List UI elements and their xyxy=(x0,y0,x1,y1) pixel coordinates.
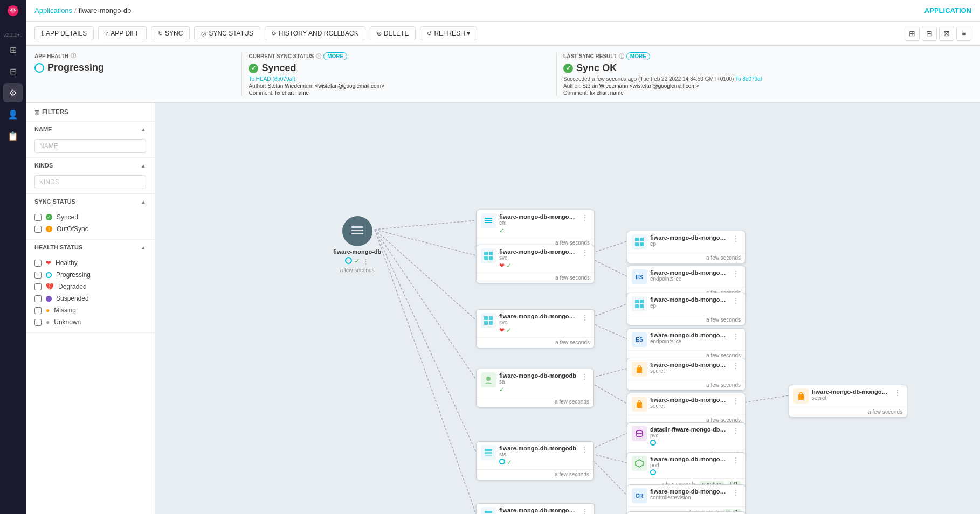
health-filter-suspended: Suspended xyxy=(34,293,146,304)
history-icon: ⟳ xyxy=(272,30,277,37)
view-hierarchy-button[interactable]: ⊞ xyxy=(905,26,920,41)
name-filter-input[interactable] xyxy=(34,139,146,153)
node-name-n17: fiware-mongo-db-mongodb-do... xyxy=(812,388,889,395)
node-card-n1-header: fiware-mongo-db-mongodb-scr... cm ✓ ⋮ xyxy=(477,210,594,238)
sync-status-filter-label: SYNC STATUS xyxy=(34,198,75,205)
nav-icon-network[interactable]: ⊟ xyxy=(3,61,23,81)
last-sync-value: ✓ Sync OK xyxy=(563,62,965,74)
kinds-filter-input[interactable] xyxy=(34,175,146,189)
node-menu-n7[interactable]: ⋮ xyxy=(731,234,741,243)
synced-dot: ✓ xyxy=(46,214,52,220)
node-name-n6: fiware-mongo-db-mongodb-arb... xyxy=(499,507,577,513)
view-grid-button[interactable]: ⊟ xyxy=(922,26,937,41)
sync-status-filter-header[interactable]: SYNC STATUS ▲ xyxy=(26,194,155,209)
node-icon-n17 xyxy=(793,388,809,404)
svg-line-8 xyxy=(375,220,476,230)
node-type-n5: sts xyxy=(499,452,576,457)
svg-line-9 xyxy=(375,230,476,255)
svg-rect-28 xyxy=(485,218,492,219)
node-menu-n15[interactable]: ⋮ xyxy=(731,488,741,497)
node-menu-n5[interactable]: ⋮ xyxy=(579,445,589,454)
breadcrumb-parent[interactable]: Applications xyxy=(34,6,72,15)
node-menu-n14[interactable]: ⋮ xyxy=(731,456,741,464)
sync-status-dot: ✓ xyxy=(249,64,258,73)
name-filter-section: NAME ▲ xyxy=(26,122,155,158)
sync-filter-synced-checkbox[interactable] xyxy=(34,214,42,221)
node-info-n17: fiware-mongo-db-mongodb-do... secret xyxy=(812,388,889,401)
svg-rect-38 xyxy=(489,321,493,325)
last-sync-to: To 8b079af xyxy=(735,76,762,82)
last-sync-more-button[interactable]: MORE xyxy=(626,52,650,60)
health-filter-progressing-checkbox[interactable] xyxy=(34,272,42,279)
health-filter-suspended-checkbox[interactable] xyxy=(34,295,42,302)
health-filter-healthy-label: Healthy xyxy=(56,259,78,267)
nav-icon-user[interactable]: 👤 xyxy=(3,105,23,124)
health-filter-healthy-checkbox[interactable] xyxy=(34,260,42,267)
health-status-filter-header[interactable]: HEALTH STATUS ▲ xyxy=(26,240,155,255)
outofsync-dot: ! xyxy=(46,226,52,232)
node-info-n1: fiware-mongo-db-mongodb-scr... cm ✓ xyxy=(499,213,577,234)
node-n1-status1: ✓ xyxy=(499,227,505,234)
health-filter-missing-checkbox[interactable] xyxy=(34,307,42,314)
node-card-n11: fiware-mongo-db-mongodb-tok... secret ⋮ … xyxy=(627,358,746,391)
view-list-button[interactable]: ≡ xyxy=(956,26,971,41)
node-info-n3: fiware-mongo-db-mongodb-he... svc ❤ ✓ xyxy=(499,313,577,334)
health-filter-unknown-checkbox[interactable] xyxy=(34,319,42,326)
health-filter-degraded-checkbox[interactable] xyxy=(34,283,42,290)
node-name-n10: fiware-mongo-db-mongodb-he... xyxy=(650,332,728,338)
svg-rect-37 xyxy=(484,321,488,325)
root-menu-icon[interactable]: ⋮ xyxy=(362,257,369,265)
node-menu-n8[interactable]: ⋮ xyxy=(731,269,741,278)
node-menu-n3[interactable]: ⋮ xyxy=(580,313,590,322)
node-n5-status2: ✓ xyxy=(507,459,512,466)
kinds-filter-header[interactable]: KINDS ▲ xyxy=(26,158,155,173)
node-icon-n12 xyxy=(632,397,647,412)
node-menu-n1[interactable]: ⋮ xyxy=(580,213,590,222)
node-statuses-n2: ❤ ✓ xyxy=(499,262,577,269)
svg-rect-27 xyxy=(351,233,363,234)
node-menu-n13[interactable]: ⋮ xyxy=(731,426,741,435)
node-menu-n6[interactable]: ⋮ xyxy=(580,507,590,514)
nav-icon-apps[interactable]: ⊞ xyxy=(3,40,23,59)
node-type-n14: pod xyxy=(650,462,728,468)
node-icon-n6 xyxy=(481,507,496,514)
node-icon-n5 xyxy=(481,445,496,460)
node-menu-n11[interactable]: ⋮ xyxy=(731,362,741,370)
sync-status-more-button[interactable]: MORE xyxy=(323,52,347,60)
svg-point-54 xyxy=(636,430,643,434)
nav-icon-docs[interactable]: 📋 xyxy=(3,126,23,145)
top-bar: Applications / fiware-mongo-db APPLICATI… xyxy=(26,0,980,22)
name-filter-header[interactable]: NAME ▲ xyxy=(26,122,155,137)
node-type-n7: ep xyxy=(650,241,728,247)
app-diff-button[interactable]: ≠ APP DIFF xyxy=(98,26,147,40)
history-button[interactable]: ⟳ HISTORY AND ROLLBACK xyxy=(265,26,365,40)
delete-button[interactable]: ⊗ DELETE xyxy=(370,26,416,40)
svg-rect-34 xyxy=(489,256,493,260)
node-menu-n10[interactable]: ⋮ xyxy=(731,332,741,341)
svg-rect-25 xyxy=(351,226,363,228)
graph-area: fiware-mongo-db ✓ ⋮ a few seconds xyxy=(155,103,980,514)
sync-status-comment: Comment: fix chart name xyxy=(249,90,550,96)
sync-status-button[interactable]: ◎ SYNC STATUS xyxy=(194,26,260,40)
node-name-n1: fiware-mongo-db-mongodb-scr... xyxy=(499,213,577,220)
nav-icon-settings[interactable]: ⚙ xyxy=(3,83,23,102)
node-icon-n3 xyxy=(481,313,496,328)
view-split-button[interactable]: ⊠ xyxy=(939,26,954,41)
refresh-icon: ↺ xyxy=(427,30,432,37)
sync-label: SYNC xyxy=(165,30,183,37)
node-menu-n12[interactable]: ⋮ xyxy=(731,397,741,405)
sync-button[interactable]: ↻ SYNC xyxy=(151,26,190,40)
node-card-n4-header: fiware-mongo-db-mongodb sa ✓ ⋮ xyxy=(477,369,593,397)
delete-label: DELETE xyxy=(384,30,409,37)
node-type-n4: sa xyxy=(499,379,576,385)
svg-rect-29 xyxy=(485,220,492,221)
sync-filter-outofsync-checkbox[interactable] xyxy=(34,226,42,233)
last-sync-comment: Comment: fix chart name xyxy=(563,90,965,96)
node-statuses-n1: ✓ xyxy=(499,227,577,234)
app-details-button[interactable]: ℹ APP DETAILS xyxy=(34,26,94,40)
refresh-button[interactable]: ↺ REFRESH ▾ xyxy=(420,26,477,40)
node-menu-n2[interactable]: ⋮ xyxy=(580,248,590,257)
node-menu-n4[interactable]: ⋮ xyxy=(579,372,589,381)
node-menu-n9[interactable]: ⋮ xyxy=(731,296,741,305)
node-menu-n17[interactable]: ⋮ xyxy=(893,388,902,397)
